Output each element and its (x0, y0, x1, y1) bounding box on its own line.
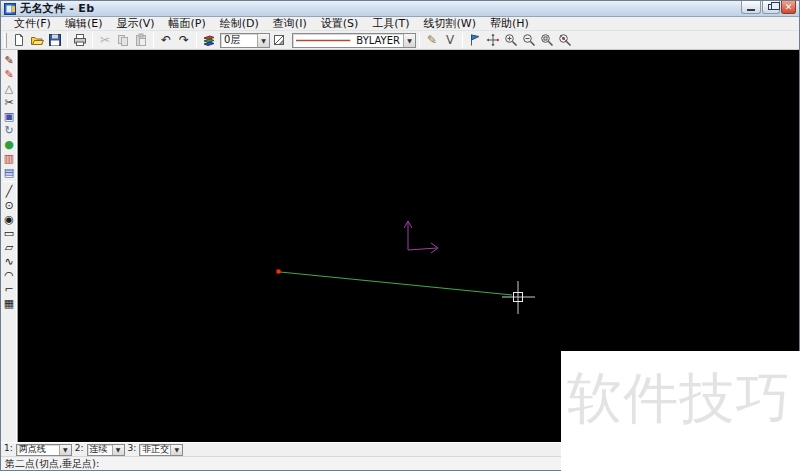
rotate-view-button[interactable]: ↻ (2, 123, 17, 137)
minimize-icon (747, 9, 755, 11)
menu-item-sheet[interactable]: 幅面(P) (162, 17, 213, 31)
curve-edit-icon: ✎ (4, 69, 13, 80)
library-icon: ● (4, 139, 14, 150)
offset-tool-icon: ▱ (5, 242, 13, 253)
toolbar-separator (462, 33, 463, 48)
block-button[interactable]: ▣ (2, 109, 17, 123)
continuity-dropdown[interactable]: 连续 ▼ (87, 444, 125, 456)
display-window-button[interactable]: ▤ (2, 165, 17, 179)
trim-scissors-icon: ✂ (4, 97, 13, 108)
param3-label: 3: (128, 443, 137, 453)
layer-dropdown-value: 0层 (221, 33, 257, 47)
circle-tool-button[interactable]: ⊙ (2, 198, 17, 212)
undo-button[interactable]: ↶ (157, 32, 175, 49)
dropdown-arrow-icon[interactable]: ▼ (403, 34, 415, 47)
app-icon (4, 3, 16, 15)
rectangle-tool-button[interactable]: ▭ (2, 226, 17, 240)
hatch-tool-icon: ▦ (4, 298, 14, 309)
pan-icon (486, 33, 500, 47)
dropdown-arrow-icon[interactable]: ▼ (257, 34, 269, 47)
layer-settings-button[interactable] (270, 32, 288, 49)
trim-scissors-button[interactable]: ✂ (2, 95, 17, 109)
undo-icon: ↶ (161, 34, 171, 46)
spline-tool-button[interactable]: ∿ (2, 254, 17, 268)
curve-edit-button[interactable]: ✎ (2, 67, 17, 81)
arc-cloud-tool-button[interactable]: ◠ (2, 268, 17, 282)
menu-item-draw[interactable]: 绘制(D) (213, 17, 266, 31)
line-mode-dropdown[interactable]: 两点线 ▼ (16, 444, 72, 456)
main-toolbar: ✂ ↶ ↷ (1, 31, 799, 50)
window-controls: ✕ (741, 1, 799, 16)
pan-button[interactable] (484, 32, 502, 49)
new-file-button[interactable] (10, 32, 28, 49)
arc-tool-button[interactable]: ◉ (2, 212, 17, 226)
menu-item-file[interactable]: 文件(F) (7, 17, 58, 31)
menu-item-wirecut[interactable]: 线切割(W) (417, 17, 483, 31)
paste-button[interactable] (132, 32, 150, 49)
copy-button[interactable] (114, 32, 132, 49)
zoom-all-icon (558, 33, 572, 47)
titlebar: 无名文件 - Eb ✕ (1, 1, 799, 17)
menu-item-query[interactable]: 查询(I) (266, 17, 314, 31)
line-start-point (277, 270, 281, 274)
open-folder-icon (30, 33, 44, 47)
pick-edit-button[interactable]: ✎ (2, 53, 17, 67)
layer-dropdown[interactable]: 0层 ▼ (220, 33, 270, 48)
toolbar-grip (4, 33, 7, 48)
command-prompt-text: 第二点(切点,垂足点): (5, 457, 99, 471)
offset-tool-button[interactable]: ▱ (2, 240, 17, 254)
zoom-out-button[interactable] (520, 32, 538, 49)
v-tool-button[interactable]: V (441, 32, 459, 49)
delete-icon: △ (5, 83, 13, 94)
open-file-button[interactable] (28, 32, 46, 49)
drawn-line[interactable] (280, 272, 512, 295)
ortho-dropdown[interactable]: 非正交 ▼ (139, 444, 183, 456)
close-button[interactable]: ✕ (781, 1, 796, 14)
cut-scissors-icon: ✂ (100, 34, 110, 46)
zoom-in-button[interactable] (502, 32, 520, 49)
app-window: 无名文件 - Eb ✕ 文件(F) 编辑(E) 显示(V) 幅面(P) 绘制(D… (0, 0, 800, 471)
dropdown-arrow-icon[interactable]: ▼ (59, 445, 71, 455)
restore-button[interactable] (762, 1, 780, 14)
delete-button[interactable]: △ (2, 81, 17, 95)
save-button[interactable] (46, 32, 64, 49)
v-tool-icon: V (446, 34, 454, 46)
left-toolbar-separator (3, 181, 16, 182)
dropdown-arrow-icon[interactable]: ▼ (170, 445, 182, 455)
menu-item-view[interactable]: 显示(V) (109, 17, 161, 31)
corner-tool-icon: ⌐ (4, 284, 13, 295)
dropdown-arrow-icon[interactable]: ▼ (112, 445, 124, 455)
minimize-button[interactable] (741, 1, 761, 14)
redo-button[interactable]: ↷ (175, 32, 193, 49)
hatch-tool-button[interactable]: ▦ (2, 296, 17, 310)
color-swatch-line-icon (293, 34, 353, 47)
menu-item-edit[interactable]: 编辑(E) (58, 17, 110, 31)
zoom-out-icon (522, 33, 536, 47)
layers-button[interactable] (200, 32, 218, 49)
zoom-all-button[interactable] (556, 32, 574, 49)
library-button[interactable]: ● (2, 137, 17, 151)
linetype-color-dropdown[interactable]: BYLAYER ▼ (292, 33, 416, 48)
param2-label: 2: (75, 443, 84, 453)
zoom-window-icon (540, 33, 554, 47)
watermark-text: 软件技巧 (561, 351, 800, 426)
copy-icon (116, 33, 130, 47)
ucs-x-axis (408, 248, 437, 250)
menu-item-tools[interactable]: 工具(T) (365, 17, 416, 31)
macro-button[interactable]: ▥ (2, 151, 17, 165)
circle-tool-icon: ⊙ (4, 200, 13, 211)
zoom-window-button[interactable] (538, 32, 556, 49)
line-tool-button[interactable]: ╱ (2, 184, 17, 198)
corner-tool-button[interactable]: ⌐ (2, 282, 17, 296)
cut-button[interactable]: ✂ (96, 32, 114, 49)
zoom-in-icon (504, 33, 518, 47)
param1-label: 1: (4, 443, 13, 453)
layer-settings-icon (272, 33, 286, 47)
print-button[interactable] (71, 32, 89, 49)
menu-item-settings[interactable]: 设置(S) (314, 17, 366, 31)
macro-icon: ▥ (4, 153, 14, 164)
pencil-tool-button[interactable]: ✎ (423, 32, 441, 49)
menu-item-help[interactable]: 帮助(H) (483, 17, 536, 31)
pencil-icon: ✎ (427, 34, 437, 46)
redraw-button[interactable] (466, 32, 484, 49)
